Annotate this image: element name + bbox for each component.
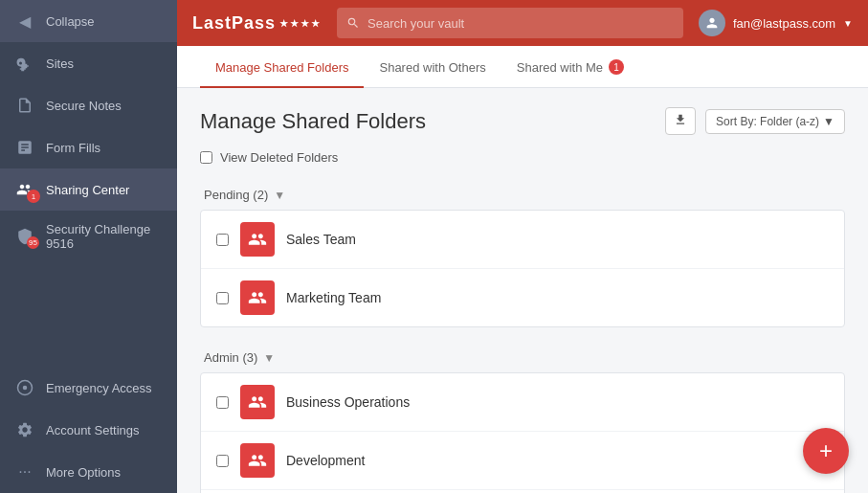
view-deleted-row: View Deleted Folders <box>200 150 845 165</box>
note-icon <box>15 96 34 115</box>
sidebar-secure-notes-label: Secure Notes <box>46 99 122 113</box>
search-bar[interactable] <box>337 8 683 38</box>
content-area: Manage Shared Folders Shared with Others… <box>177 46 868 493</box>
pending-folder-list: Sales Team Marketing Team <box>200 210 845 327</box>
sidebar-item-security-challenge[interactable]: 95 Security Challenge 9516 <box>0 211 177 262</box>
folder-icon <box>240 385 275 419</box>
sidebar-form-fills-label: Form Fills <box>46 141 100 155</box>
svg-point-1 <box>23 386 28 391</box>
admin-chevron-icon: ▼ <box>263 351 275 365</box>
folder-checkbox[interactable] <box>216 396 229 409</box>
table-row: Development <box>201 432 844 490</box>
folder-checkbox[interactable] <box>216 292 229 304</box>
admin-folder-list: Business Operations Development General … <box>200 372 845 493</box>
sidebar-item-sharing-center[interactable]: 1 Sharing Center <box>0 168 177 211</box>
logo: LastPass ★★★★ <box>192 13 322 34</box>
sidebar-item-form-fills[interactable]: Form Fills <box>0 126 177 168</box>
page-header: Manage Shared Folders Sort By: Folder (a… <box>200 107 845 135</box>
sharing-icon: 1 <box>15 180 34 199</box>
page-title: Manage Shared Folders <box>200 109 426 134</box>
sort-chevron-icon: ▼ <box>823 115 835 128</box>
pending-label: Pending (2) <box>204 188 268 202</box>
folder-icon <box>240 280 275 315</box>
table-row: Business Operations <box>201 373 844 432</box>
sharing-badge: 1 <box>27 190 40 203</box>
user-menu[interactable]: fan@lastpass.com ▼ <box>699 10 853 36</box>
sidebar-item-sites[interactable]: Sites <box>0 42 177 84</box>
folder-name: Marketing Team <box>286 290 381 305</box>
security-score-badge: 95 <box>27 236 39 249</box>
folder-checkbox[interactable] <box>216 234 229 246</box>
main-area: LastPass ★★★★ fan@lastpass.com ▼ Manage … <box>177 0 868 493</box>
sidebar-collapse-label: Collapse <box>46 14 95 29</box>
sidebar-account-label: Account Settings <box>46 423 140 437</box>
view-deleted-label: View Deleted Folders <box>220 150 338 165</box>
gear-icon <box>15 420 34 439</box>
logo-text: LastPass <box>192 13 276 34</box>
search-input[interactable] <box>367 16 674 31</box>
folder-icon <box>240 443 275 478</box>
view-deleted-checkbox[interactable] <box>200 151 212 164</box>
sort-button[interactable]: Sort By: Folder (a-z) ▼ <box>705 109 845 134</box>
key-icon <box>15 54 34 73</box>
sidebar-more-label: More Options <box>46 465 121 480</box>
sort-label: Sort By: Folder (a-z) <box>716 115 819 128</box>
pending-section-header[interactable]: Pending (2) ▼ <box>200 180 845 210</box>
sidebar-item-secure-notes[interactable]: Secure Notes <box>0 84 177 126</box>
sidebar-sites-label: Sites <box>46 56 74 71</box>
logo-stars: ★★★★ <box>279 18 322 29</box>
collapse-icon: ◀ <box>15 11 34 31</box>
toolbar-right: Sort By: Folder (a-z) ▼ <box>665 107 845 135</box>
user-dropdown-icon: ▼ <box>843 18 853 29</box>
search-icon <box>346 16 360 30</box>
upload-button[interactable] <box>665 107 696 135</box>
admin-section-header[interactable]: Admin (3) ▼ <box>200 343 845 372</box>
sidebar-item-more-options[interactable]: ··· More Options <box>0 451 177 493</box>
page-content: Manage Shared Folders Sort By: Folder (a… <box>177 88 868 493</box>
sidebar-item-collapse[interactable]: ◀ Collapse <box>0 0 177 42</box>
add-icon: + <box>819 437 833 464</box>
add-folder-button[interactable]: + <box>803 428 849 474</box>
folder-name: Business Operations <box>286 394 410 410</box>
sidebar-item-account-settings[interactable]: Account Settings <box>0 409 177 451</box>
sidebar-security-label: Security Challenge 9516 <box>46 222 162 251</box>
user-email: fan@lastpass.com <box>733 16 835 31</box>
folder-name: Sales Team <box>286 232 356 247</box>
table-row: Marketing Team <box>201 269 844 326</box>
avatar <box>699 10 725 36</box>
shared-with-me-badge: 1 <box>609 59 624 75</box>
sidebar: ◀ Collapse Sites Secure Notes Form Fills… <box>0 0 177 493</box>
tab-shared-with-others[interactable]: Shared with Others <box>364 46 501 88</box>
pending-chevron-icon: ▼ <box>274 189 285 202</box>
tab-shared-with-me[interactable]: Shared with Me 1 <box>501 46 639 88</box>
shield-icon: 95 <box>15 227 34 246</box>
topbar: LastPass ★★★★ fan@lastpass.com ▼ <box>177 0 868 46</box>
admin-label: Admin (3) <box>204 350 257 365</box>
emergency-icon <box>15 378 34 397</box>
tabs: Manage Shared Folders Shared with Others… <box>177 46 868 88</box>
folder-checkbox[interactable] <box>216 455 229 467</box>
folder-name: Development <box>286 453 366 468</box>
sidebar-emergency-label: Emergency Access <box>46 381 152 395</box>
form-icon <box>15 138 34 157</box>
sidebar-sharing-label: Sharing Center <box>46 183 129 197</box>
folder-icon <box>240 222 275 257</box>
tab-manage-shared-folders[interactable]: Manage Shared Folders <box>200 46 364 88</box>
table-row: Sales Team <box>201 211 844 269</box>
more-icon: ··· <box>15 462 34 482</box>
sidebar-item-emergency-access[interactable]: Emergency Access <box>0 367 177 409</box>
